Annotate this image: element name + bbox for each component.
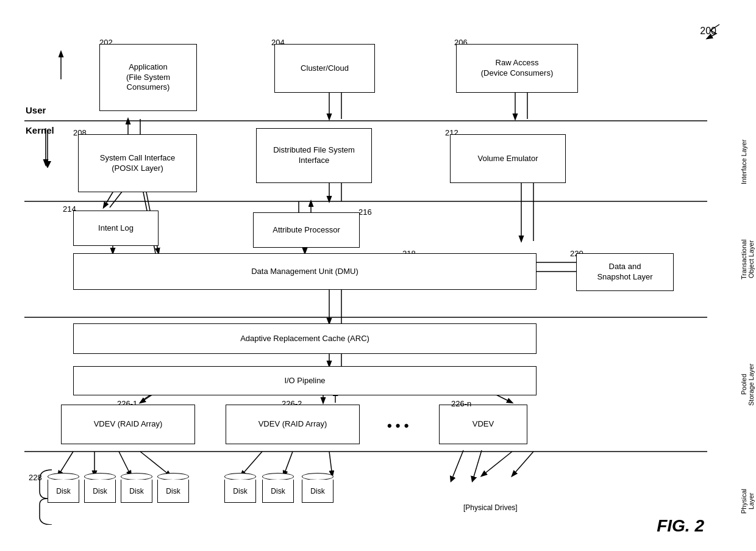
vdev-n-label: VDEV xyxy=(472,419,494,430)
disk-6-label: Disk xyxy=(271,487,285,495)
vdev1-label: VDEV (RAID Array) xyxy=(94,419,163,430)
dist-fs-box: Distributed File SystemInterface xyxy=(256,128,372,183)
arc-box: Adaptive Replacement Cache (ARC) xyxy=(73,323,537,354)
dist-fs-label: Distributed File SystemInterface xyxy=(273,145,355,166)
io-pipeline-box: I/O Pipeline xyxy=(73,366,537,395)
ref-216: 216 xyxy=(358,207,372,217)
raw-access-box: Raw Access(Device Consumers) xyxy=(456,44,578,93)
disk-6: Disk xyxy=(262,473,294,503)
fig-label: FIG. 2 xyxy=(657,516,704,536)
pooled-layer-label: PooledStorage Layer xyxy=(740,317,751,452)
cluster-cloud-box: Cluster/Cloud xyxy=(274,44,375,93)
vdev1-box: VDEV (RAID Array) xyxy=(61,405,195,444)
vdev-n-box: VDEV xyxy=(439,405,527,444)
svg-line-46 xyxy=(472,450,482,481)
application-label: Application(File SystemConsumers) xyxy=(126,62,170,93)
diagram: 200 User Kernel 202 204 206 Application(… xyxy=(0,0,756,551)
volume-emulator-label: Volume Emulator xyxy=(478,154,538,164)
attr-processor-label: Attribute Processor xyxy=(273,225,340,236)
disk-4: Disk xyxy=(157,473,189,503)
interface-layer-label: Interface Layer xyxy=(740,122,751,201)
system-call-box: System Call Interface(POSIX Layer) xyxy=(78,134,197,192)
vdev2-box: VDEV (RAID Array) xyxy=(226,405,360,444)
data-snapshot-label: Data andSnapshot Layer xyxy=(597,262,652,283)
disk-7-label: Disk xyxy=(310,487,324,495)
disk-3-label: Disk xyxy=(129,487,143,495)
disk-7: Disk xyxy=(302,473,333,503)
dmu-label: Data Management Unit (DMU) xyxy=(251,267,358,277)
vdev2-label: VDEV (RAID Array) xyxy=(259,419,327,430)
intent-log-label: Intent Log xyxy=(98,223,134,234)
raw-access-label: Raw Access(Device Consumers) xyxy=(481,58,553,79)
svg-line-35 xyxy=(119,452,131,476)
svg-line-38 xyxy=(284,452,293,476)
system-call-label: System Call Interface(POSIX Layer) xyxy=(100,153,176,174)
cluster-cloud-label: Cluster/Cloud xyxy=(301,63,349,74)
disk-2-label: Disk xyxy=(93,487,107,495)
disk-1-body: Disk xyxy=(48,480,79,503)
svg-line-39 xyxy=(329,452,332,476)
disk-5-label: Disk xyxy=(233,487,247,495)
intent-log-box: Intent Log xyxy=(73,211,159,246)
disk-3: Disk xyxy=(121,473,152,503)
disk-2-body: Disk xyxy=(84,480,116,503)
disk-1: Disk xyxy=(48,473,79,503)
dmu-box: Data Management Unit (DMU) xyxy=(73,253,537,290)
disk-4-body: Disk xyxy=(157,480,189,503)
attr-processor-box: Attribute Processor xyxy=(253,212,360,248)
kernel-down-arrow xyxy=(41,131,54,168)
disk-4-label: Disk xyxy=(166,487,180,495)
transactional-layer-label: TransactionalObject Layer xyxy=(740,201,751,317)
dots-label: • • • xyxy=(387,418,408,434)
vdev-n-arrows xyxy=(439,444,537,490)
physical-layer-label: PhysicalLayer xyxy=(740,452,751,551)
disk-2: Disk xyxy=(84,473,116,503)
user-label: User xyxy=(26,105,46,115)
svg-line-37 xyxy=(241,452,262,476)
arc-label: Adaptive Replacement Cache (ARC) xyxy=(240,334,369,344)
disk-1-label: Disk xyxy=(56,487,70,495)
svg-line-45 xyxy=(451,450,463,481)
disk-5-body: Disk xyxy=(224,480,256,503)
zigzag-200 xyxy=(701,21,726,40)
disk-3-body: Disk xyxy=(121,480,152,503)
volume-emulator-box: Volume Emulator xyxy=(450,134,566,183)
physical-drives-label: [Physical Drives] xyxy=(463,503,518,512)
ref-226-n: 226-n xyxy=(451,399,471,408)
svg-line-33 xyxy=(58,452,73,476)
svg-line-36 xyxy=(140,452,171,476)
disk-7-body: Disk xyxy=(302,480,333,503)
data-snapshot-box: Data andSnapshot Layer xyxy=(576,253,674,291)
disk-6-body: Disk xyxy=(262,480,294,503)
io-pipeline-label: I/O Pipeline xyxy=(284,376,325,386)
disk-5: Disk xyxy=(224,473,256,503)
application-box: Application(File SystemConsumers) xyxy=(99,44,197,111)
